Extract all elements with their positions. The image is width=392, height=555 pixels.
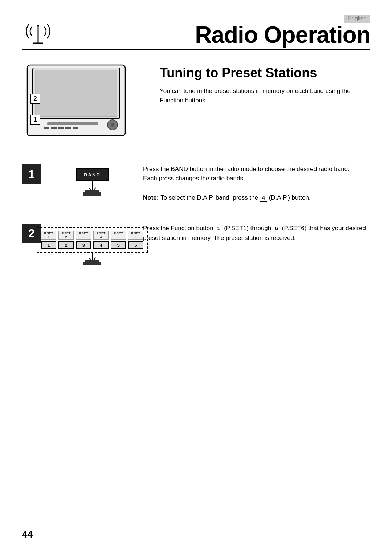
intro-section: 2 1 Tuning to Preset Stations You can tu… <box>22 50 370 154</box>
svg-rect-11 <box>73 127 78 129</box>
section-title: Tuning to Preset Stations <box>160 65 370 81</box>
preset-btn-6: 6 <box>128 241 143 249</box>
preset-btn-1: 1 <box>41 241 56 249</box>
note-num: 4 <box>260 195 267 202</box>
svg-rect-27 <box>85 260 99 263</box>
preset-btn-5: 5 <box>111 241 126 249</box>
intro-text-block: Tuning to Preset Stations You can tune i… <box>160 61 370 105</box>
title-block: English Radio Operation <box>195 15 370 46</box>
preset-nums-row: 1 2 3 4 5 6 <box>41 241 143 249</box>
svg-point-13 <box>111 123 114 127</box>
svg-point-2 <box>37 25 39 27</box>
svg-rect-7 <box>44 127 49 129</box>
note-label: Note: <box>143 194 160 201</box>
step-2-text: Press the Function button 1 (P.SET1) thr… <box>143 224 370 243</box>
svg-rect-8 <box>51 127 57 129</box>
preset-wrapper: P.SET1 P.SET2 P.SET3 P.SET4 P.SET5 P.SET… <box>37 227 148 253</box>
step-1-number: 1 <box>22 164 41 184</box>
page-header: English Radio Operation <box>22 15 370 46</box>
step-2-row: 2 P.SET1 P.SET2 P.SET3 P.SET4 P.SET5 P.S… <box>22 213 370 277</box>
svg-rect-10 <box>65 127 71 129</box>
step-1-description: Press the BAND button in the radio mode … <box>143 164 370 203</box>
page-title: Radio Operation <box>195 23 370 46</box>
svg-rect-22 <box>85 190 99 193</box>
preset-label-6: P.SET6 <box>128 231 143 240</box>
page-number: 44 <box>22 529 33 540</box>
preset-labels-row: P.SET1 P.SET2 P.SET3 P.SET4 P.SET5 P.SET… <box>41 231 143 240</box>
svg-rect-6 <box>47 122 98 125</box>
preset-buttons-area: P.SET1 P.SET2 P.SET3 P.SET4 P.SET5 P.SET… <box>37 227 148 266</box>
preset-label-2: P.SET2 <box>58 231 74 240</box>
step-1-note: Note: To select the D.A.P. band, press t… <box>143 193 370 203</box>
step-1-illustration: BAND <box>52 164 132 197</box>
svg-rect-9 <box>58 127 64 129</box>
svg-text:1: 1 <box>33 116 37 123</box>
svg-text:2: 2 <box>33 95 37 102</box>
preset-btn-3: 3 <box>76 241 91 249</box>
preset-label-4: P.SET4 <box>93 231 109 240</box>
language-label: English <box>344 15 370 23</box>
preset-btn-4: 4 <box>93 241 109 249</box>
preset-label-5: P.SET5 <box>111 231 126 240</box>
band-button-area: BAND <box>76 168 109 197</box>
band-button: BAND <box>76 168 109 181</box>
svg-rect-5 <box>36 70 117 117</box>
antenna-icon <box>22 16 54 46</box>
device-image: 2 1 <box>22 61 145 143</box>
step-1-text-1: Press the BAND button in the radio mode … <box>143 164 370 184</box>
steps-container: 1 BAND <box>22 154 370 277</box>
step-2-num2: 6 <box>273 225 280 232</box>
preset-label-1: P.SET1 <box>41 231 56 240</box>
step-2-description: Press the Function button 1 (P.SET1) thr… <box>143 224 370 243</box>
step-1-row: 1 BAND <box>22 154 370 213</box>
step-2-illustration: P.SET1 P.SET2 P.SET3 P.SET4 P.SET5 P.SET… <box>52 224 132 266</box>
step-2-num1: 1 <box>215 225 222 232</box>
preset-label-3: P.SET3 <box>76 231 91 240</box>
intro-description: You can tune in the preset stations in m… <box>160 86 370 105</box>
preset-btn-2: 2 <box>58 241 74 249</box>
